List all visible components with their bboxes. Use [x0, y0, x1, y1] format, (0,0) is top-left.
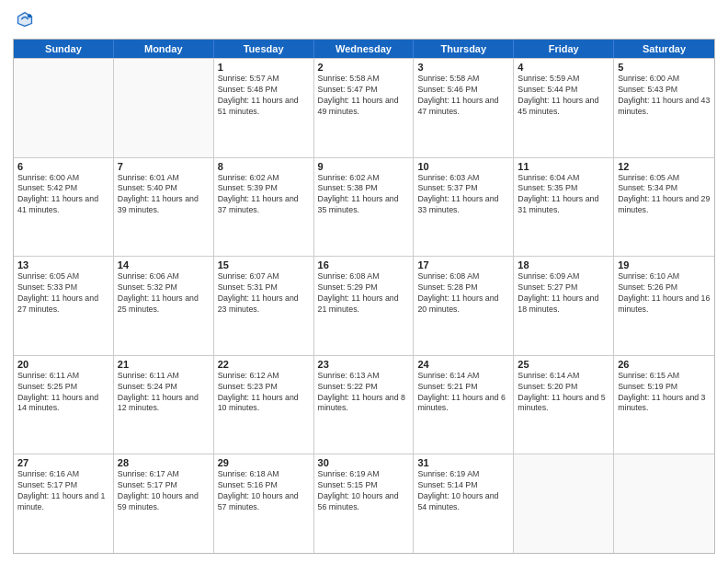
day-detail: Sunrise: 6:16 AM Sunset: 5:17 PM Dayligh… [17, 469, 109, 513]
empty-cell-0-1 [114, 59, 214, 157]
day-cell-20: 20Sunrise: 6:11 AM Sunset: 5:25 PM Dayli… [14, 356, 114, 454]
day-cell-2: 2Sunrise: 5:58 AM Sunset: 5:47 PM Daylig… [314, 59, 415, 157]
day-detail: Sunrise: 6:01 AM Sunset: 5:40 PM Dayligh… [118, 173, 210, 217]
day-number: 1 [218, 62, 310, 73]
day-cell-11: 11Sunrise: 6:04 AM Sunset: 5:35 PM Dayli… [514, 158, 614, 257]
weekday-header-monday: Monday [114, 40, 214, 58]
day-cell-12: 12Sunrise: 6:05 AM Sunset: 5:34 PM Dayli… [614, 158, 714, 257]
day-cell-15: 15Sunrise: 6:07 AM Sunset: 5:31 PM Dayli… [214, 257, 314, 355]
day-detail: Sunrise: 6:19 AM Sunset: 5:15 PM Dayligh… [318, 469, 410, 513]
day-cell-19: 19Sunrise: 6:10 AM Sunset: 5:26 PM Dayli… [614, 257, 714, 355]
calendar-row-4: 27Sunrise: 6:16 AM Sunset: 5:17 PM Dayli… [14, 454, 714, 553]
day-detail: Sunrise: 6:12 AM Sunset: 5:23 PM Dayligh… [218, 371, 310, 415]
day-cell-23: 23Sunrise: 6:13 AM Sunset: 5:22 PM Dayli… [314, 356, 415, 454]
day-cell-22: 22Sunrise: 6:12 AM Sunset: 5:23 PM Dayli… [214, 356, 314, 454]
day-number: 22 [218, 359, 310, 370]
day-cell-14: 14Sunrise: 6:06 AM Sunset: 5:32 PM Dayli… [114, 257, 214, 355]
day-cell-26: 26Sunrise: 6:15 AM Sunset: 5:19 PM Dayli… [614, 356, 714, 454]
page: SundayMondayTuesdayWednesdayThursdayFrid… [0, 0, 728, 563]
day-number: 9 [318, 161, 410, 172]
day-cell-13: 13Sunrise: 6:05 AM Sunset: 5:33 PM Dayli… [14, 257, 114, 355]
empty-cell-0-0 [14, 59, 114, 157]
day-number: 20 [17, 359, 109, 370]
logo [13, 9, 37, 33]
day-cell-28: 28Sunrise: 6:17 AM Sunset: 5:17 PM Dayli… [114, 454, 214, 553]
day-detail: Sunrise: 6:04 AM Sunset: 5:35 PM Dayligh… [518, 173, 609, 217]
weekday-header-friday: Friday [514, 40, 614, 58]
day-number: 6 [17, 161, 109, 172]
calendar-row-0: 1Sunrise: 5:57 AM Sunset: 5:48 PM Daylig… [14, 58, 714, 157]
day-number: 13 [17, 259, 109, 270]
day-number: 4 [518, 62, 609, 73]
day-number: 17 [417, 259, 509, 270]
day-number: 10 [417, 161, 509, 172]
day-number: 29 [218, 457, 310, 468]
day-cell-4: 4Sunrise: 5:59 AM Sunset: 5:44 PM Daylig… [514, 59, 614, 157]
day-cell-21: 21Sunrise: 6:11 AM Sunset: 5:24 PM Dayli… [114, 356, 214, 454]
day-number: 3 [417, 62, 509, 73]
day-number: 19 [618, 259, 711, 270]
svg-point-2 [28, 14, 31, 17]
day-detail: Sunrise: 6:09 AM Sunset: 5:27 PM Dayligh… [518, 271, 609, 316]
day-detail: Sunrise: 6:05 AM Sunset: 5:33 PM Dayligh… [17, 271, 109, 316]
day-detail: Sunrise: 6:18 AM Sunset: 5:16 PM Dayligh… [218, 469, 310, 513]
calendar-header: SundayMondayTuesdayWednesdayThursdayFrid… [14, 40, 714, 58]
day-cell-7: 7Sunrise: 6:01 AM Sunset: 5:40 PM Daylig… [114, 158, 214, 257]
day-detail: Sunrise: 6:08 AM Sunset: 5:28 PM Dayligh… [417, 271, 509, 316]
day-cell-1: 1Sunrise: 5:57 AM Sunset: 5:48 PM Daylig… [214, 59, 314, 157]
weekday-header-saturday: Saturday [614, 40, 714, 58]
day-detail: Sunrise: 5:58 AM Sunset: 5:47 PM Dayligh… [318, 74, 410, 118]
day-cell-24: 24Sunrise: 6:14 AM Sunset: 5:21 PM Dayli… [414, 356, 514, 454]
calendar-body: 1Sunrise: 5:57 AM Sunset: 5:48 PM Daylig… [14, 58, 714, 553]
day-number: 14 [118, 259, 210, 270]
day-cell-30: 30Sunrise: 6:19 AM Sunset: 5:15 PM Dayli… [314, 454, 415, 553]
day-number: 2 [318, 62, 410, 73]
day-number: 30 [318, 457, 410, 468]
day-detail: Sunrise: 6:19 AM Sunset: 5:14 PM Dayligh… [417, 469, 509, 513]
day-cell-29: 29Sunrise: 6:18 AM Sunset: 5:16 PM Dayli… [214, 454, 314, 553]
day-detail: Sunrise: 5:58 AM Sunset: 5:46 PM Dayligh… [417, 74, 509, 118]
day-number: 7 [118, 161, 210, 172]
day-cell-18: 18Sunrise: 6:09 AM Sunset: 5:27 PM Dayli… [514, 257, 614, 355]
day-cell-17: 17Sunrise: 6:08 AM Sunset: 5:28 PM Dayli… [414, 257, 514, 355]
empty-cell-4-5 [514, 454, 614, 553]
day-cell-5: 5Sunrise: 6:00 AM Sunset: 5:43 PM Daylig… [614, 59, 714, 157]
calendar-row-1: 6Sunrise: 6:00 AM Sunset: 5:42 PM Daylig… [14, 157, 714, 257]
day-detail: Sunrise: 6:07 AM Sunset: 5:31 PM Dayligh… [218, 271, 310, 316]
day-number: 24 [417, 359, 509, 370]
calendar-row-3: 20Sunrise: 6:11 AM Sunset: 5:25 PM Dayli… [14, 355, 714, 454]
header [13, 9, 715, 33]
empty-cell-4-6 [614, 454, 714, 553]
day-detail: Sunrise: 5:57 AM Sunset: 5:48 PM Dayligh… [218, 74, 310, 118]
day-number: 28 [118, 457, 210, 468]
day-detail: Sunrise: 6:02 AM Sunset: 5:38 PM Dayligh… [318, 173, 410, 217]
day-cell-31: 31Sunrise: 6:19 AM Sunset: 5:14 PM Dayli… [414, 454, 514, 553]
day-cell-25: 25Sunrise: 6:14 AM Sunset: 5:20 PM Dayli… [514, 356, 614, 454]
day-detail: Sunrise: 6:17 AM Sunset: 5:17 PM Dayligh… [118, 469, 210, 513]
day-number: 15 [218, 259, 310, 270]
day-detail: Sunrise: 6:02 AM Sunset: 5:39 PM Dayligh… [218, 173, 310, 217]
day-number: 11 [518, 161, 609, 172]
day-detail: Sunrise: 6:11 AM Sunset: 5:25 PM Dayligh… [17, 371, 109, 415]
day-detail: Sunrise: 6:14 AM Sunset: 5:21 PM Dayligh… [417, 371, 509, 415]
day-detail: Sunrise: 6:08 AM Sunset: 5:29 PM Dayligh… [318, 271, 410, 316]
day-number: 21 [118, 359, 210, 370]
weekday-header-wednesday: Wednesday [314, 40, 415, 58]
logo-icon [15, 9, 35, 29]
day-detail: Sunrise: 6:03 AM Sunset: 5:37 PM Dayligh… [417, 173, 509, 217]
day-number: 16 [318, 259, 410, 270]
day-cell-10: 10Sunrise: 6:03 AM Sunset: 5:37 PM Dayli… [414, 158, 514, 257]
day-detail: Sunrise: 6:11 AM Sunset: 5:24 PM Dayligh… [118, 371, 210, 415]
day-number: 5 [618, 62, 711, 73]
day-number: 23 [318, 359, 410, 370]
day-number: 25 [518, 359, 609, 370]
calendar-row-2: 13Sunrise: 6:05 AM Sunset: 5:33 PM Dayli… [14, 256, 714, 355]
day-detail: Sunrise: 6:00 AM Sunset: 5:42 PM Dayligh… [17, 173, 109, 217]
day-number: 8 [218, 161, 310, 172]
day-cell-27: 27Sunrise: 6:16 AM Sunset: 5:17 PM Dayli… [14, 454, 114, 553]
calendar: SundayMondayTuesdayWednesdayThursdayFrid… [13, 39, 715, 554]
day-number: 12 [618, 161, 711, 172]
day-detail: Sunrise: 6:00 AM Sunset: 5:43 PM Dayligh… [618, 74, 711, 118]
day-detail: Sunrise: 5:59 AM Sunset: 5:44 PM Dayligh… [518, 74, 609, 118]
day-cell-3: 3Sunrise: 5:58 AM Sunset: 5:46 PM Daylig… [414, 59, 514, 157]
